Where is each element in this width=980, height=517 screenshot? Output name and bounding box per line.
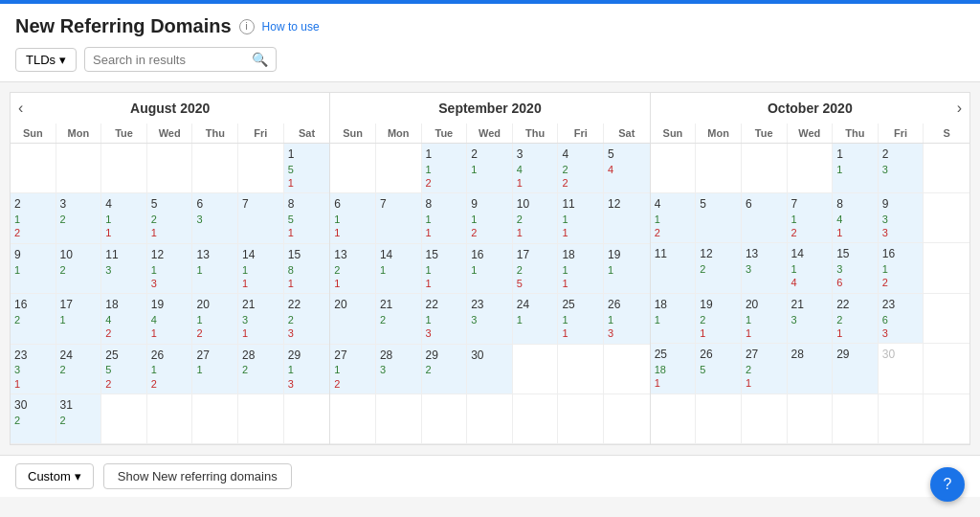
day-cell[interactable]: 141: [376, 244, 422, 294]
day-cell[interactable]: 29: [833, 344, 879, 393]
day-cell[interactable]: 2213: [422, 294, 468, 344]
day-cell[interactable]: 28: [788, 344, 834, 393]
day-cell[interactable]: 213: [788, 294, 834, 344]
day-cell[interactable]: 2011: [742, 294, 788, 344]
stat-gained: 1: [426, 313, 432, 326]
day-cell[interactable]: 25181: [651, 344, 697, 393]
day-cell[interactable]: 265: [696, 344, 742, 393]
day-cell[interactable]: 63: [192, 193, 238, 243]
day-cell[interactable]: 212: [11, 193, 56, 243]
day-cell[interactable]: 1842: [101, 294, 147, 344]
day-cell[interactable]: 242: [56, 345, 102, 394]
day-cell[interactable]: 30: [879, 344, 924, 393]
day-cell[interactable]: 241: [513, 294, 559, 344]
fab[interactable]: ?: [930, 467, 965, 502]
day-cell[interactable]: 233: [467, 294, 513, 344]
chevron-down-icon: ▾: [75, 469, 81, 483]
day-cell[interactable]: 2012: [192, 294, 238, 344]
day-cell[interactable]: 7: [238, 193, 284, 243]
day-cell[interactable]: 7: [376, 193, 422, 243]
day-cell[interactable]: 1921: [696, 294, 742, 344]
day-cell[interactable]: 11: [833, 144, 879, 193]
day-cell[interactable]: 611: [330, 193, 376, 243]
stat-gained: 3: [882, 163, 888, 176]
day-cell[interactable]: 1511: [422, 244, 468, 294]
day-cell[interactable]: 851: [284, 193, 330, 243]
search-input[interactable]: [93, 53, 246, 67]
day-cell[interactable]: 521: [147, 193, 193, 243]
day-cell[interactable]: 212: [376, 294, 422, 344]
day-cell[interactable]: 712: [788, 193, 834, 243]
how-to-use-link[interactable]: How to use: [262, 20, 320, 34]
search-icon[interactable]: 🔍: [252, 52, 268, 67]
day-cell[interactable]: 422: [558, 144, 604, 193]
day-cell[interactable]: 54: [604, 144, 650, 193]
next-month-button[interactable]: ›: [949, 96, 969, 121]
day-cell[interactable]: 2612: [147, 345, 193, 394]
day-cell[interactable]: 282: [238, 345, 284, 394]
custom-button[interactable]: Custom ▾: [15, 463, 94, 489]
day-cell[interactable]: 1414: [788, 243, 834, 293]
day-cell[interactable]: 271: [192, 345, 238, 394]
day-cell[interactable]: 2511: [558, 294, 604, 344]
day-cell[interactable]: 841: [833, 193, 879, 243]
tlds-button[interactable]: TLDs ▾: [15, 48, 77, 72]
day-cell[interactable]: 2221: [833, 294, 879, 344]
day-cell[interactable]: 1725: [513, 244, 559, 294]
day-cell[interactable]: 1021: [513, 193, 559, 243]
day-cell[interactable]: 2223: [284, 294, 330, 344]
day-cell[interactable]: 2552: [101, 345, 147, 394]
day-cell[interactable]: 412: [651, 193, 697, 243]
day-cell[interactable]: 20: [330, 294, 376, 344]
day-cell[interactable]: 30: [467, 345, 513, 394]
day-cell[interactable]: 2331: [11, 345, 56, 394]
day-cell[interactable]: 2613: [604, 294, 650, 344]
day-cell[interactable]: 191: [604, 244, 650, 294]
day-cell[interactable]: 32: [56, 193, 102, 243]
day-cell[interactable]: 113: [101, 244, 147, 294]
day-cell[interactable]: 283: [376, 345, 422, 394]
day-cell[interactable]: 2712: [330, 345, 376, 394]
day-cell[interactable]: 5: [696, 193, 742, 243]
stat-gained: 3: [836, 262, 842, 276]
day-cell[interactable]: 133: [742, 243, 788, 293]
prev-month-button[interactable]: ‹: [11, 96, 31, 121]
day-cell[interactable]: 1612: [879, 243, 924, 293]
day-cell[interactable]: 341: [513, 144, 559, 193]
day-cell[interactable]: 2721: [742, 344, 788, 393]
day-cell[interactable]: 1536: [833, 243, 879, 293]
day-cell[interactable]: 21: [467, 144, 513, 193]
day-cell[interactable]: 181: [651, 294, 697, 344]
day-cell[interactable]: 161: [467, 244, 513, 294]
day-cell[interactable]: 302: [11, 394, 56, 444]
day-cell[interactable]: 933: [879, 193, 924, 243]
day-cell[interactable]: 1411: [238, 244, 284, 294]
day-cell[interactable]: 1321: [330, 244, 376, 294]
day-cell[interactable]: 112: [422, 144, 468, 193]
day-cell[interactable]: 23: [879, 144, 924, 193]
day-cell[interactable]: 1111: [558, 193, 604, 243]
day-cell[interactable]: 102: [56, 244, 102, 294]
day-cell[interactable]: 1811: [558, 244, 604, 294]
day-cell[interactable]: 1213: [147, 244, 193, 294]
day-cell[interactable]: 811: [422, 193, 468, 243]
day-cell[interactable]: 411: [101, 193, 147, 243]
day-cell[interactable]: 162: [11, 294, 56, 344]
day-cell[interactable]: 12: [604, 193, 650, 243]
day-cell[interactable]: 292: [422, 345, 468, 394]
show-button[interactable]: Show New referring domains: [103, 463, 292, 489]
day-cell[interactable]: 912: [467, 193, 513, 243]
day-cell[interactable]: 11: [651, 243, 697, 293]
day-cell[interactable]: 2363: [879, 294, 924, 344]
day-cell[interactable]: 2131: [238, 294, 284, 344]
day-cell[interactable]: 131: [192, 244, 238, 294]
day-cell[interactable]: 6: [742, 193, 788, 243]
day-cell[interactable]: 312: [56, 394, 102, 444]
day-cell[interactable]: 91: [11, 244, 56, 294]
day-cell[interactable]: 1941: [147, 294, 193, 344]
day-cell[interactable]: 171: [56, 294, 102, 344]
day-cell[interactable]: 151: [284, 144, 330, 193]
day-cell[interactable]: 1581: [284, 244, 330, 294]
day-cell[interactable]: 122: [696, 243, 742, 293]
day-cell[interactable]: 2913: [284, 345, 330, 394]
